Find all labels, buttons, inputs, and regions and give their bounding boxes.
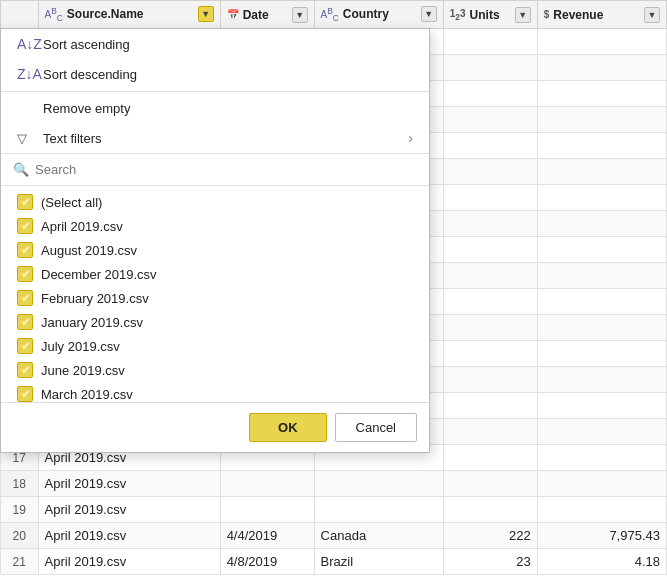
row-number-cell: 19 bbox=[1, 497, 39, 523]
row-number-cell: 20 bbox=[1, 523, 39, 549]
text-filters-chevron-icon: › bbox=[408, 130, 413, 146]
revenue-cell bbox=[537, 159, 666, 185]
country-type-icon: ABC bbox=[321, 6, 339, 23]
units-cell bbox=[443, 81, 537, 107]
cancel-button[interactable]: Cancel bbox=[335, 413, 417, 442]
checklist-item-label: June 2019.csv bbox=[41, 363, 125, 378]
source-name-header: ABC Source.Name ▼ bbox=[38, 1, 220, 29]
checkbox-icon bbox=[17, 386, 33, 402]
units-cell bbox=[443, 367, 537, 393]
source-name-filter-button[interactable]: ▼ bbox=[198, 6, 214, 22]
text-filters-item[interactable]: ▽ Text filters › bbox=[1, 123, 429, 153]
units-cell bbox=[443, 237, 537, 263]
revenue-cell bbox=[537, 29, 666, 55]
country-header: ABC Country ▼ bbox=[314, 1, 443, 29]
sort-descending-icon: Z↓A bbox=[17, 66, 35, 82]
checklist-item[interactable]: June 2019.csv bbox=[1, 358, 429, 382]
checkbox-icon bbox=[17, 362, 33, 378]
units-cell: 23 bbox=[443, 549, 537, 575]
units-cell bbox=[443, 263, 537, 289]
table-row: 20April 2019.csv4/4/2019Canada2227,975.4… bbox=[1, 523, 667, 549]
text-filters-funnel-icon: ▽ bbox=[17, 131, 35, 146]
table-row: 19April 2019.csv bbox=[1, 497, 667, 523]
checkbox-icon bbox=[17, 338, 33, 354]
date-type-icon: 📅 bbox=[227, 9, 239, 20]
revenue-cell bbox=[537, 445, 666, 471]
checkbox-icon bbox=[17, 290, 33, 306]
source-name-filter-dropdown: A↓Z Sort ascending Z↓A Sort descending R… bbox=[0, 28, 430, 453]
checklist-item[interactable]: December 2019.csv bbox=[1, 262, 429, 286]
date-cell bbox=[220, 497, 314, 523]
units-filter-button[interactable]: ▼ bbox=[515, 7, 531, 23]
revenue-cell bbox=[537, 133, 666, 159]
revenue-cell bbox=[537, 367, 666, 393]
units-cell bbox=[443, 29, 537, 55]
units-cell bbox=[443, 497, 537, 523]
checklist-item[interactable]: (Select all) bbox=[1, 190, 429, 214]
source-name-type-icon: ABC bbox=[45, 6, 63, 23]
search-container: 🔍 bbox=[1, 153, 429, 186]
search-icon: 🔍 bbox=[13, 162, 29, 177]
revenue-cell bbox=[537, 237, 666, 263]
country-filter-button[interactable]: ▼ bbox=[421, 6, 437, 22]
checklist-item-label: (Select all) bbox=[41, 195, 102, 210]
row-number-cell: 21 bbox=[1, 549, 39, 575]
table-row: 18April 2019.csv bbox=[1, 471, 667, 497]
checklist-item[interactable]: August 2019.csv bbox=[1, 238, 429, 262]
source-name-cell: April 2019.csv bbox=[38, 497, 220, 523]
checkbox-icon bbox=[17, 242, 33, 258]
units-cell bbox=[443, 419, 537, 445]
remove-empty-item[interactable]: Remove empty bbox=[1, 94, 429, 123]
units-cell bbox=[443, 185, 537, 211]
checkbox-icon bbox=[17, 218, 33, 234]
units-cell bbox=[443, 315, 537, 341]
revenue-cell bbox=[537, 107, 666, 133]
revenue-cell bbox=[537, 55, 666, 81]
units-cell bbox=[443, 107, 537, 133]
country-cell: Brazil bbox=[314, 549, 443, 575]
revenue-cell bbox=[537, 289, 666, 315]
source-name-cell: April 2019.csv bbox=[38, 523, 220, 549]
source-name-cell: April 2019.csv bbox=[38, 471, 220, 497]
date-header: 📅 Date ▼ bbox=[220, 1, 314, 29]
sort-descending-item[interactable]: Z↓A Sort descending bbox=[1, 59, 429, 89]
revenue-header: $ Revenue ▼ bbox=[537, 1, 666, 29]
checklist-item[interactable]: February 2019.csv bbox=[1, 286, 429, 310]
checklist-item[interactable]: March 2019.csv bbox=[1, 382, 429, 402]
search-input[interactable] bbox=[35, 162, 417, 177]
revenue-cell: 4.18 bbox=[537, 549, 666, 575]
checklist-item-label: February 2019.csv bbox=[41, 291, 149, 306]
checklist-item[interactable]: April 2019.csv bbox=[1, 214, 429, 238]
date-cell: 4/4/2019 bbox=[220, 523, 314, 549]
sort-ascending-item[interactable]: A↓Z Sort ascending bbox=[1, 29, 429, 59]
units-cell bbox=[443, 211, 537, 237]
country-label: Country bbox=[343, 7, 389, 21]
checkbox-icon bbox=[17, 314, 33, 330]
table-container: ABC Source.Name ▼ 📅 Date ▼ ABC Coun bbox=[0, 0, 667, 582]
revenue-filter-button[interactable]: ▼ bbox=[644, 7, 660, 23]
date-filter-button[interactable]: ▼ bbox=[292, 7, 308, 23]
units-cell bbox=[443, 159, 537, 185]
remove-empty-label: Remove empty bbox=[43, 101, 130, 116]
checkbox-icon bbox=[17, 194, 33, 210]
checklist-item[interactable]: January 2019.csv bbox=[1, 310, 429, 334]
country-cell bbox=[314, 471, 443, 497]
row-number-cell: 18 bbox=[1, 471, 39, 497]
checklist-item[interactable]: July 2019.csv bbox=[1, 334, 429, 358]
divider-1 bbox=[1, 91, 429, 92]
country-cell bbox=[314, 497, 443, 523]
checklist-item-label: January 2019.csv bbox=[41, 315, 143, 330]
ok-button[interactable]: OK bbox=[249, 413, 327, 442]
units-cell bbox=[443, 393, 537, 419]
dropdown-footer: OK Cancel bbox=[1, 402, 429, 452]
date-label: Date bbox=[243, 8, 269, 22]
checklist-item-label: March 2019.csv bbox=[41, 387, 133, 402]
units-cell bbox=[443, 55, 537, 81]
country-cell: Canada bbox=[314, 523, 443, 549]
units-label: Units bbox=[470, 8, 500, 22]
text-filters-label: Text filters bbox=[43, 131, 102, 146]
revenue-cell bbox=[537, 81, 666, 107]
checklist-item-label: August 2019.csv bbox=[41, 243, 137, 258]
units-type-icon: 123 bbox=[450, 8, 466, 22]
revenue-cell bbox=[537, 393, 666, 419]
